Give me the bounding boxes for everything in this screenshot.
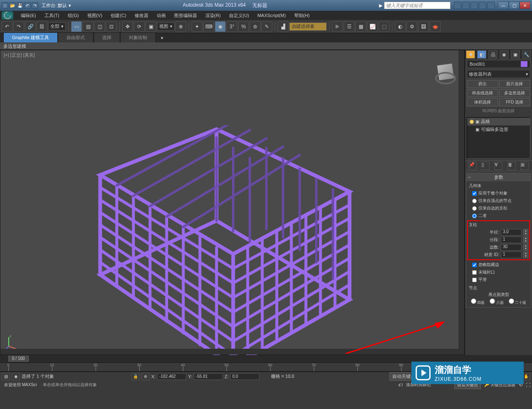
layer-manager-button[interactable]: ▦ bbox=[355, 21, 366, 32]
isolate-toggle[interactable]: ◉ bbox=[12, 373, 20, 380]
modset-polysel[interactable]: 多边形选择 bbox=[499, 89, 531, 97]
redo-button[interactable]: ↷ bbox=[13, 21, 24, 32]
window-minimize-button[interactable]: — bbox=[498, 2, 509, 9]
qat-new-icon[interactable]: □ bbox=[2, 2, 8, 9]
viewport-scrollbar-h[interactable] bbox=[0, 349, 464, 355]
menu-create[interactable]: 创建(C) bbox=[106, 11, 130, 20]
menu-customize[interactable]: 自定义(U) bbox=[225, 11, 253, 20]
link-button[interactable]: 🔗 bbox=[25, 21, 36, 32]
modset-splinesel[interactable]: 样条线选择 bbox=[467, 89, 498, 97]
app-menu-button[interactable] bbox=[2, 11, 13, 20]
qat-undo-icon[interactable]: ↶ bbox=[24, 2, 31, 9]
bulb-icon[interactable] bbox=[470, 120, 474, 124]
favorites-icon[interactable] bbox=[479, 2, 486, 9]
sides-spinner[interactable]: ▲▼ bbox=[523, 244, 528, 251]
stack-item-editpoly[interactable]: ▣ 可编辑多边形 bbox=[467, 126, 530, 133]
select-move-button[interactable]: ✥ bbox=[122, 21, 133, 32]
exchange-icon[interactable] bbox=[470, 2, 478, 9]
object-color-swatch[interactable] bbox=[521, 61, 527, 67]
ribbon-toggle-button[interactable]: ▾ bbox=[159, 34, 165, 42]
modset-patchsel[interactable]: 面片选择 bbox=[499, 80, 531, 88]
radius-input[interactable]: 3.0 bbox=[501, 229, 522, 236]
menu-tools[interactable]: 工具(T) bbox=[40, 11, 64, 20]
radio-tetra[interactable] bbox=[471, 298, 476, 304]
schematic-view-button[interactable]: ⬚ bbox=[379, 21, 389, 32]
infocenter-search[interactable] bbox=[384, 2, 451, 9]
viewport-scrollbar-v[interactable] bbox=[458, 50, 464, 349]
angle-snap-button[interactable]: 3° bbox=[227, 21, 237, 32]
cp-tab-hierarchy[interactable]: 品 bbox=[488, 50, 498, 59]
render-production-button[interactable]: 🫖 bbox=[430, 21, 441, 32]
use-pivot-button[interactable]: ⊕ bbox=[175, 21, 186, 32]
chk-smooth[interactable] bbox=[472, 278, 477, 282]
modset-volsel[interactable]: 体积选择 bbox=[467, 98, 498, 106]
undo-button[interactable]: ↶ bbox=[2, 21, 12, 32]
curve-editor-button[interactable]: 📈 bbox=[367, 21, 378, 32]
modset-ffdsel[interactable]: FFD 选择 bbox=[499, 98, 531, 106]
matid-spinner[interactable]: ▲▼ bbox=[523, 251, 528, 258]
manipulate-button[interactable]: ✦ bbox=[192, 21, 202, 32]
menu-help[interactable]: 帮助(H) bbox=[290, 11, 314, 20]
rollout-params-header[interactable]: − 参数 bbox=[466, 173, 531, 181]
viewport-label[interactable]: [+] [正交] [真实] bbox=[4, 52, 35, 58]
keyboard-shortcut-button[interactable]: ⌨ bbox=[203, 21, 214, 32]
render-setup-button[interactable]: ⚙ bbox=[406, 21, 417, 32]
window-maximize-button[interactable]: ▢ bbox=[509, 2, 520, 9]
layers-button[interactable]: ☰ bbox=[344, 21, 355, 32]
matid-input[interactable]: 1 bbox=[501, 251, 522, 258]
radio-both[interactable] bbox=[472, 214, 477, 218]
remove-modifier-button[interactable]: 🗑 bbox=[507, 162, 516, 170]
percent-snap-button[interactable]: % bbox=[238, 21, 249, 32]
select-by-name-button[interactable]: ▤ bbox=[83, 21, 94, 32]
time-slider[interactable]: 0 / 100 bbox=[8, 356, 29, 362]
object-name-field[interactable]: Box001 bbox=[470, 62, 485, 67]
ribbon-tab-objectpaint[interactable]: 对象绘制 bbox=[120, 32, 156, 42]
ribbon-tab-freeform[interactable]: 自由形式 bbox=[58, 32, 94, 42]
make-unique-button[interactable]: ∀ bbox=[494, 162, 502, 170]
stack-item-lattice[interactable]: ▣ 晶格 bbox=[467, 118, 530, 126]
mirror-button[interactable]: ▟ bbox=[278, 21, 288, 32]
help-icon[interactable] bbox=[487, 2, 495, 9]
segments-input[interactable]: 1 bbox=[501, 237, 522, 243]
chk-ignore-hidden[interactable] bbox=[472, 263, 477, 267]
search-icon[interactable] bbox=[454, 2, 461, 9]
maxscript-mini-toggle[interactable]: ▤ bbox=[2, 373, 10, 380]
radio-vertex-only[interactable] bbox=[472, 199, 477, 203]
menu-maxscript[interactable]: MAXScript(M) bbox=[253, 12, 290, 19]
edit-named-sel-button[interactable]: ✎ bbox=[261, 21, 272, 32]
modset-extrude[interactable]: 挤出 bbox=[467, 80, 498, 88]
selection-filter-dropdown[interactable]: 全部 ▾ bbox=[48, 22, 66, 31]
viewcube[interactable] bbox=[435, 63, 456, 84]
cp-tab-modify[interactable]: ◧ bbox=[477, 50, 486, 59]
cp-tab-motion[interactable]: ◉ bbox=[500, 50, 509, 59]
select-scale-button[interactable]: ▣ bbox=[145, 21, 156, 32]
select-object-button[interactable]: ▭ bbox=[71, 21, 82, 32]
subscription-icon[interactable] bbox=[462, 2, 470, 9]
sides-input[interactable]: 30 bbox=[501, 244, 522, 251]
chk-endcaps[interactable] bbox=[472, 270, 477, 275]
cp-tab-create[interactable]: ✸ bbox=[466, 50, 475, 59]
unlink-button[interactable]: ⛓ bbox=[37, 21, 47, 32]
segments-spinner[interactable]: ▲▼ bbox=[523, 237, 528, 243]
radius-spinner[interactable]: ▲▼ bbox=[523, 229, 528, 236]
configure-sets-button[interactable]: ⊞ bbox=[520, 162, 529, 170]
menu-group[interactable]: 组(G) bbox=[64, 11, 83, 20]
snap-toggle-button[interactable]: ◉ bbox=[215, 21, 226, 32]
select-rotate-button[interactable]: ⟳ bbox=[134, 21, 145, 32]
ref-coord-dropdown[interactable]: 视图 ▾ bbox=[157, 22, 175, 31]
pin-stack-button[interactable]: 📌 bbox=[468, 162, 477, 170]
menu-animation[interactable]: 动画 bbox=[153, 11, 170, 20]
window-close-button[interactable]: ✕ bbox=[520, 2, 530, 9]
ribbon-panel-polymodel[interactable]: 多边形建模 bbox=[0, 42, 532, 50]
ribbon-tab-graphite[interactable]: Graphite 建模工具 bbox=[3, 32, 58, 42]
modifier-list-dropdown[interactable]: 修改器列表 ▾ bbox=[467, 70, 530, 78]
menu-views[interactable]: 视图(V) bbox=[83, 11, 107, 20]
show-end-result-button[interactable]: ▯ bbox=[481, 162, 490, 170]
cp-tab-display[interactable]: ▣ bbox=[511, 50, 520, 59]
named-selection-set[interactable]: 创建选择集 bbox=[289, 22, 327, 31]
spinner-snap-button[interactable]: ⊚ bbox=[250, 21, 261, 32]
viewport[interactable]: [+] [正交] [真实] bbox=[0, 50, 465, 355]
qat-save-icon[interactable]: 💾 bbox=[17, 2, 23, 9]
radio-edge-only[interactable] bbox=[472, 206, 477, 211]
modifier-stack[interactable]: ▣ 晶格 ▣ 可编辑多边形 bbox=[467, 117, 530, 159]
